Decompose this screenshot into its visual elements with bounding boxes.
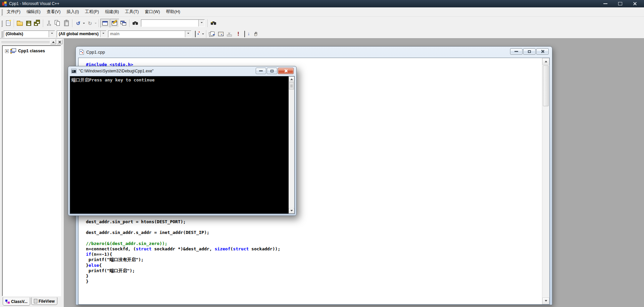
- classview-tree: + Cpp1 classes: [2, 45, 61, 296]
- tree-item-cpp1-classes[interactable]: + Cpp1 classes: [2, 46, 61, 54]
- wizard-dropdown-icon[interactable]: [202, 34, 204, 36]
- menu-bar: 文件(F)编辑(E)查看(V)插入(I)工程(P)组建(B)工具(T)窗口(W)…: [0, 7, 644, 17]
- console-vertical-scrollbar[interactable]: [289, 76, 294, 213]
- workspace-gripper[interactable]: [1, 41, 50, 43]
- function-combobox[interactable]: main: [108, 30, 191, 38]
- tree-expander-icon[interactable]: +: [5, 49, 9, 53]
- new-text-file-icon[interactable]: [4, 19, 12, 27]
- menu-item[interactable]: 帮助(H): [163, 8, 183, 16]
- separator: [206, 30, 206, 38]
- menu-item[interactable]: 工程(P): [82, 8, 102, 16]
- app-icon: [2, 1, 7, 6]
- tab-fileview-label: FileView: [39, 299, 55, 304]
- scroll-up-icon[interactable]: [542, 58, 549, 65]
- menu-item[interactable]: 编辑(E): [23, 8, 44, 16]
- wizardbar-gripper[interactable]: [1, 31, 2, 37]
- menu-item[interactable]: 窗口(W): [142, 8, 163, 16]
- console-scroll-thumb[interactable]: [289, 82, 294, 89]
- compile-icon[interactable]: [208, 30, 216, 38]
- undo-icon[interactable]: ↺: [74, 19, 83, 27]
- scope-dropdown-icon[interactable]: [49, 31, 55, 37]
- search-icon[interactable]: [209, 19, 218, 27]
- console-output: 端口开启Press any key to continue: [70, 76, 289, 213]
- tab-fileview[interactable]: FileView: [31, 297, 57, 305]
- menu-items: 文件(F)编辑(E)查看(V)插入(I)工程(P)组建(B)工具(T)窗口(W)…: [4, 8, 183, 16]
- wizard-bar: (Globals) (All global members) main × ! …: [0, 29, 644, 39]
- windows-list-icon[interactable]: [119, 19, 128, 27]
- paste-icon: [62, 19, 71, 27]
- menu-gripper[interactable]: [1, 9, 2, 15]
- editor-title-bar[interactable]: Cpp1.cpp: [76, 47, 552, 57]
- wizard-action-icon[interactable]: [193, 30, 202, 38]
- tree-root-label: Cpp1 classes: [18, 49, 45, 53]
- classview-tab-icon: [5, 300, 10, 304]
- editor-minimize-icon[interactable]: [510, 48, 523, 55]
- go-debug-icon[interactable]: ↓: [243, 30, 251, 38]
- copy-icon[interactable]: [53, 19, 62, 27]
- visual-cpp-main-window: Cpp1 - Microsoft Visual C++ 文件(F)编辑(E)查看…: [0, 0, 644, 307]
- workspace-tabs: ClassV... FileView: [3, 297, 58, 306]
- console-client[interactable]: 端口开启Press any key to continue: [70, 76, 295, 214]
- separator: [43, 19, 43, 27]
- menu-item[interactable]: 查看(V): [44, 8, 64, 16]
- standard-toolbar: ↺ ↻: [0, 17, 644, 29]
- console-restore-icon[interactable]: [267, 68, 277, 74]
- function-dropdown-icon[interactable]: [185, 31, 191, 37]
- maximize-icon[interactable]: [616, 1, 624, 6]
- minimize-icon[interactable]: [602, 1, 609, 6]
- function-value: main: [108, 32, 185, 36]
- execute-program-icon[interactable]: !: [234, 30, 243, 38]
- console-window: "C:\Windows\System32\Debug\Cpp1.exe" 端口开…: [68, 66, 297, 216]
- console-icon: [71, 69, 77, 73]
- separator: [99, 19, 99, 27]
- find-combobox[interactable]: [141, 19, 205, 27]
- workspace-toggle-icon[interactable]: [100, 19, 110, 28]
- tab-classview[interactable]: ClassV...: [3, 297, 30, 306]
- editor-restore-icon[interactable]: [523, 48, 536, 55]
- menu-item[interactable]: 工具(T): [122, 8, 142, 16]
- separator: [14, 19, 14, 27]
- build-icon[interactable]: [216, 30, 225, 38]
- console-title: "C:\Windows\System32\Debug\Cpp1.exe": [79, 69, 154, 73]
- editor-scroll-thumb[interactable]: [543, 65, 549, 106]
- editor-window-controls: [510, 48, 549, 55]
- menu-item[interactable]: 组建(B): [102, 8, 122, 16]
- find-in-files-icon[interactable]: [131, 19, 140, 27]
- main-title-bar[interactable]: Cpp1 - Microsoft Visual C++: [0, 0, 644, 7]
- close-icon[interactable]: [631, 1, 639, 6]
- open-file-icon[interactable]: [15, 19, 24, 27]
- toolbar-gripper[interactable]: [1, 20, 2, 26]
- stop-build-icon: ×: [225, 30, 234, 38]
- editor-vertical-scrollbar[interactable]: [542, 58, 549, 304]
- menu-item[interactable]: 插入(I): [63, 8, 82, 16]
- console-window-controls: [256, 68, 294, 74]
- undo-dropdown-icon[interactable]: [83, 23, 85, 25]
- breakpoint-hand-icon[interactable]: [251, 30, 260, 38]
- members-value: (All global members): [57, 32, 100, 36]
- scroll-down-icon[interactable]: [542, 298, 549, 304]
- scope-value: (Globals): [4, 32, 49, 36]
- cut-icon: [45, 19, 53, 27]
- separator: [207, 19, 208, 27]
- tab-classview-label: ClassV...: [11, 299, 28, 304]
- members-combobox[interactable]: (All global members): [57, 30, 106, 38]
- console-minimize-icon[interactable]: [256, 68, 266, 74]
- redo-icon: ↻: [86, 19, 94, 27]
- console-scroll-up-icon[interactable]: [289, 76, 294, 82]
- console-scroll-down-icon[interactable]: [289, 208, 294, 213]
- separator: [72, 19, 72, 27]
- scope-combobox[interactable]: (Globals): [4, 30, 55, 38]
- window-controls: [602, 1, 639, 6]
- menu-item[interactable]: 文件(F): [4, 8, 23, 16]
- editor-close-icon[interactable]: [536, 48, 549, 55]
- members-dropdown-icon[interactable]: [100, 31, 106, 37]
- save-icon[interactable]: [24, 19, 33, 27]
- workspace-collapse-icon[interactable]: [50, 39, 56, 44]
- workspace-close-icon[interactable]: [57, 39, 62, 44]
- fileview-tab-icon: [34, 299, 37, 303]
- output-toggle-icon[interactable]: [110, 19, 119, 28]
- find-dropdown-icon[interactable]: [198, 20, 204, 26]
- workspace-panel: + Cpp1 classes ClassV... FileView: [0, 39, 64, 307]
- save-all-icon[interactable]: [33, 19, 42, 27]
- console-close-icon[interactable]: [278, 68, 294, 74]
